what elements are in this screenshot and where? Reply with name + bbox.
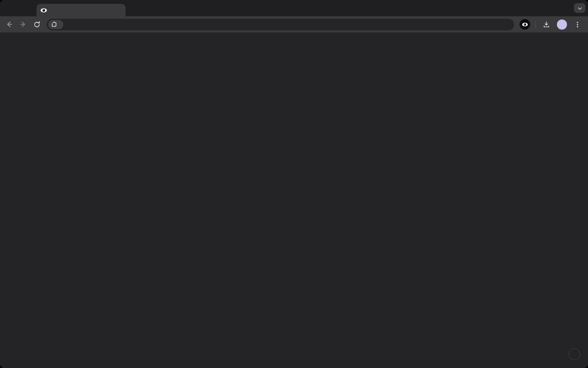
close-window-button[interactable] [8,5,13,11]
download-icon [542,21,550,28]
download-button[interactable] [541,19,551,30]
extension-chip-pinly[interactable] [48,20,63,29]
kebab-menu-icon [574,21,581,28]
tab-search-button[interactable] [574,3,585,13]
reload-button[interactable] [32,19,42,30]
traffic-lights [8,5,28,11]
toolbar-actions [520,19,583,30]
back-icon [5,21,13,28]
extension-icon [51,22,57,27]
reload-icon [33,21,40,28]
browser-window [0,0,588,368]
image-board [0,33,588,368]
toolbar [0,16,588,33]
help-button[interactable] [569,349,580,360]
forward-button[interactable] [18,19,28,30]
eye-favicon-icon [40,7,47,14]
minimize-window-button[interactable] [16,5,21,11]
forward-icon [19,21,27,28]
zoom-window-button[interactable] [23,5,28,11]
titlebar [0,0,588,16]
toolbar-divider [536,21,536,28]
address-bar[interactable] [47,19,514,30]
eye-extension-button[interactable] [520,19,530,30]
tab-my-project[interactable] [37,4,126,16]
browser-menu-button[interactable] [572,19,583,30]
tab-close-icon[interactable] [119,9,122,11]
profile-avatar[interactable] [557,19,567,30]
new-tab-button[interactable] [130,4,140,14]
back-button[interactable] [4,19,14,30]
chevron-down-icon [578,5,582,12]
eye-icon [522,21,528,28]
